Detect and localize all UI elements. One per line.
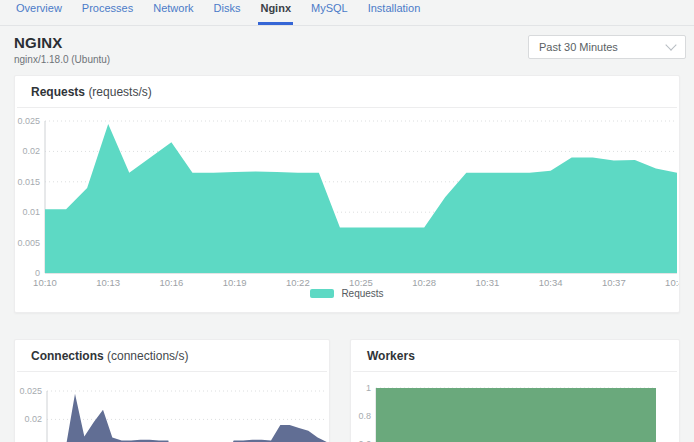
connections-unit: (connections/s) — [107, 349, 188, 363]
connections-card: Connections (connections/s) 0.0150.020.0… — [14, 339, 330, 442]
connections-card-title: Connections (connections/s) — [15, 340, 329, 371]
tab-overview[interactable]: Overview — [14, 0, 64, 25]
tabbar: OverviewProcessesNetworkDisksNginxMySQLI… — [0, 0, 694, 26]
requests-legend: Requests — [15, 288, 679, 299]
svg-text:0.025: 0.025 — [19, 386, 42, 396]
workers-card: Workers 0.60.81 — [350, 339, 680, 442]
page-title: NGINX — [14, 34, 110, 51]
tab-installation[interactable]: Installation — [366, 0, 423, 25]
svg-text:10:13: 10:13 — [96, 277, 120, 288]
requests-legend-swatch — [310, 289, 334, 298]
svg-text:0.8: 0.8 — [358, 411, 371, 421]
svg-text:10:28: 10:28 — [412, 277, 436, 288]
svg-text:1: 1 — [366, 383, 371, 393]
workers-chart[interactable]: 0.60.81 — [351, 372, 679, 442]
svg-text:0.015: 0.015 — [17, 177, 40, 187]
svg-text:10:25: 10:25 — [349, 277, 373, 288]
svg-text:10:19: 10:19 — [223, 277, 247, 288]
requests-card-title: Requests (requests/s) — [15, 76, 679, 107]
requests-legend-label: Requests — [341, 288, 383, 299]
svg-text:0.02: 0.02 — [22, 146, 40, 156]
tab-disks[interactable]: Disks — [212, 0, 243, 25]
requests-unit: (requests/s) — [88, 85, 151, 99]
page-header: NGINX nginx/1.18.0 (Ubuntu) Past 30 Minu… — [0, 26, 694, 70]
tab-processes[interactable]: Processes — [80, 0, 135, 25]
page-subtitle: nginx/1.18.0 (Ubuntu) — [14, 54, 110, 65]
time-range-value: Past 30 Minutes — [539, 41, 618, 53]
bottom-charts-row: Connections (connections/s) 0.0150.020.0… — [14, 339, 680, 442]
chevron-down-icon — [665, 39, 676, 50]
svg-text:0.005: 0.005 — [17, 238, 40, 248]
connections-title: Connections — [31, 349, 104, 363]
svg-text:10:34: 10:34 — [539, 277, 563, 288]
svg-text:10:10: 10:10 — [33, 277, 57, 288]
requests-title: Requests — [31, 85, 85, 99]
workers-card-title: Workers — [351, 340, 679, 371]
time-range-dropdown[interactable]: Past 30 Minutes — [528, 35, 686, 59]
svg-text:0.01: 0.01 — [22, 207, 40, 217]
svg-text:10:31: 10:31 — [476, 277, 500, 288]
tab-network[interactable]: Network — [151, 0, 195, 25]
tab-mysql[interactable]: MySQL — [309, 0, 350, 25]
requests-card: Requests (requests/s) 00.0050.010.0150.0… — [14, 75, 680, 313]
svg-text:10:16: 10:16 — [160, 277, 184, 288]
nginx-monitoring-page: { "tabs": [ {"label": "Overview", "activ… — [0, 0, 694, 442]
svg-text:10:40: 10:40 — [665, 277, 679, 288]
svg-text:10:22: 10:22 — [286, 277, 310, 288]
requests-chart[interactable]: 00.0050.010.0150.020.02510:1010:1310:161… — [15, 108, 679, 294]
svg-text:10:37: 10:37 — [602, 277, 626, 288]
svg-text:0.025: 0.025 — [17, 116, 40, 126]
connections-chart[interactable]: 0.0150.020.025 — [15, 372, 329, 442]
svg-text:0.02: 0.02 — [24, 414, 42, 424]
workers-title: Workers — [367, 349, 415, 363]
tab-nginx[interactable]: Nginx — [258, 0, 293, 25]
title-block: NGINX nginx/1.18.0 (Ubuntu) — [14, 34, 110, 65]
